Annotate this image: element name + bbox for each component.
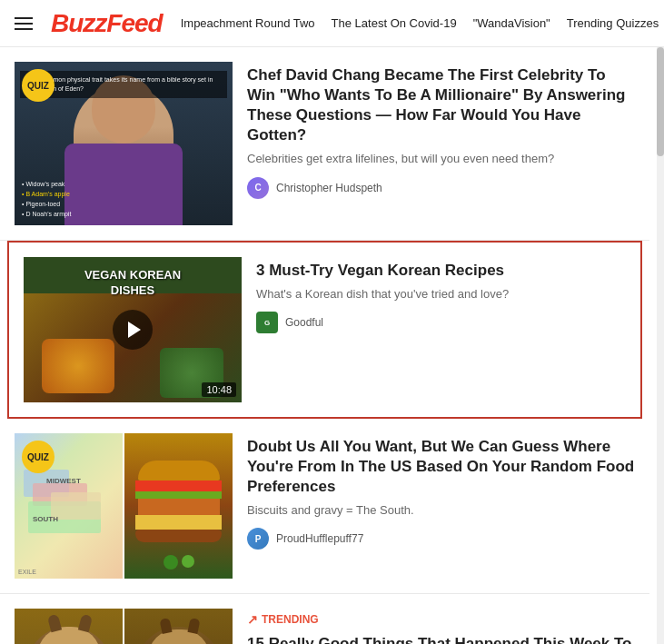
- thumbnail-map[interactable]: QUIZ MIDWEST SOUTH EXILE: [15, 433, 123, 579]
- feed-item-owls: ↗ Trending 15 Really Good Things That Ha…: [0, 594, 649, 644]
- trending-badge: ↗ Trending: [247, 612, 635, 627]
- feed-desc-vegan: What's a Korean dish that you've tried a…: [256, 286, 626, 302]
- feed-text-owls: ↗ Trending 15 Really Good Things That Ha…: [247, 609, 635, 644]
- duration-badge: 10:48: [202, 382, 236, 397]
- feed-text-david-chang: Chef David Chang Became The First Celebr…: [247, 62, 635, 225]
- thumbnail-container: QUIZ What common physical trait takes it…: [15, 62, 233, 225]
- feed-item-quiz-food: QUIZ MIDWEST SOUTH EXILE: [0, 419, 649, 594]
- feed-title-vegan[interactable]: 3 Must-Try Vegan Korean Recipes: [256, 261, 626, 281]
- author-row-david-chang: C Christopher Hudspeth: [247, 177, 635, 199]
- feed-desc-david-chang: Celebrities get extra lifelines, but wil…: [247, 151, 635, 167]
- author-name-christopher: Christopher Hudspeth: [276, 182, 382, 194]
- quiz-badge: QUIZ: [22, 69, 55, 102]
- thumbnail-burger[interactable]: [124, 433, 233, 579]
- author-row-vegan: G Goodful: [256, 312, 626, 333]
- author-name-hufflepuff: ProudHufflepuff77: [276, 532, 363, 545]
- nav-item-covid[interactable]: The Latest On Covid-19: [332, 16, 457, 30]
- content-area: QUIZ What common physical trait takes it…: [0, 47, 664, 644]
- vegan-text-overlay: VEGAN KOREANDISHES: [24, 268, 242, 299]
- feed-item-quiz-david-chang: QUIZ What common physical trait takes it…: [0, 47, 649, 241]
- thumbnail-owl-right[interactable]: [124, 609, 233, 644]
- play-button[interactable]: [113, 310, 153, 350]
- trending-arrow-icon: ↗: [247, 612, 258, 627]
- thumbnail-owl-left[interactable]: [15, 609, 123, 644]
- author-name-goodful: Goodful: [285, 316, 323, 329]
- thumbnail-container-food: QUIZ MIDWEST SOUTH EXILE: [15, 433, 233, 579]
- logo[interactable]: BuzzFeed: [51, 9, 163, 38]
- goodful-icon: G: [256, 312, 278, 333]
- nav: Impeachment Round Two The Latest On Covi…: [181, 16, 659, 30]
- scrollbar-thumb[interactable]: [657, 47, 664, 156]
- nav-item-wandavision[interactable]: "WandaVision": [473, 16, 550, 30]
- header: BuzzFeed Impeachment Round Two The Lates…: [0, 0, 664, 47]
- feed-desc-food: Biscuits and gravy = The South.: [247, 502, 635, 519]
- nav-item-quizzes[interactable]: Trending Quizzes: [567, 16, 659, 30]
- menu-button[interactable]: [15, 17, 33, 30]
- nav-item-impeachment[interactable]: Impeachment Round Two: [181, 16, 315, 30]
- author-row-food: P ProudHufflepuff77: [247, 528, 635, 550]
- midwest-label: MIDWEST: [46, 477, 81, 485]
- feed-title-owls[interactable]: 15 Really Good Things That Happened This…: [247, 634, 635, 644]
- author-avatar-christopher: C: [247, 177, 269, 199]
- thumbnail-quiz1[interactable]: QUIZ What common physical trait takes it…: [15, 62, 233, 225]
- feed-item-vegan-korean: VEGAN KOREANDISHES 10:48 3 Must-Try Vega…: [7, 241, 642, 419]
- scrollbar[interactable]: [657, 47, 664, 644]
- feed-text-food: Doubt Us All You Want, But We Can Guess …: [247, 433, 635, 579]
- quiz-badge-food: QUIZ: [22, 441, 55, 473]
- feed-title-food[interactable]: Doubt Us All You Want, But We Can Guess …: [247, 437, 635, 497]
- south-label: SOUTH: [33, 515, 58, 523]
- thumbnail-container-owls: [15, 609, 233, 644]
- feed-text-vegan: 3 Must-Try Vegan Korean Recipes What's a…: [256, 257, 626, 402]
- author-avatar-hufflepuff: P: [247, 528, 269, 550]
- feed: QUIZ What common physical trait takes it…: [0, 47, 664, 644]
- thumbnail-vegan[interactable]: VEGAN KOREANDISHES 10:48: [24, 257, 242, 402]
- quiz-options: • Widow's peak • B Adam's apple • Pigeon…: [18, 180, 229, 218]
- thumbnail-container-vegan: VEGAN KOREANDISHES 10:48: [24, 257, 242, 402]
- feed-title-david-chang[interactable]: Chef David Chang Became The First Celebr…: [247, 65, 635, 145]
